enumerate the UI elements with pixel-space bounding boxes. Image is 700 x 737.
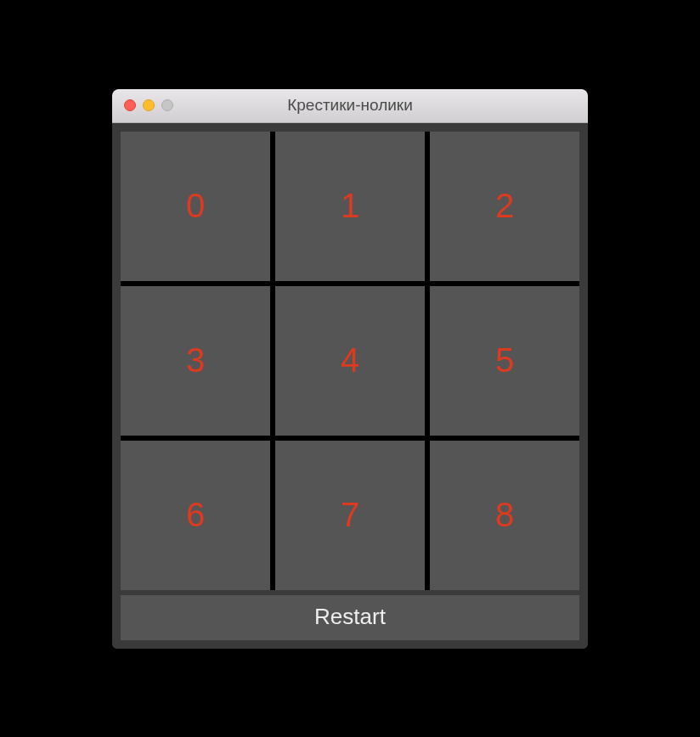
minimize-icon[interactable]: [143, 99, 155, 111]
restart-button[interactable]: Restart: [121, 595, 579, 640]
cell-0[interactable]: 0: [121, 132, 270, 281]
cell-4[interactable]: 4: [275, 286, 425, 436]
game-grid: 0 1 2 3 4 5 6 7 8: [121, 132, 579, 590]
window-title: Крестики-нолики: [112, 96, 588, 115]
cell-6[interactable]: 6: [121, 441, 270, 590]
application-window: Крестики-нолики 0 1 2 3 4 5 6 7 8 Restar…: [112, 89, 588, 649]
window-titlebar: Крестики-нолики: [112, 89, 588, 123]
zoom-icon[interactable]: [161, 99, 173, 111]
cell-2[interactable]: 2: [430, 132, 579, 281]
cell-7[interactable]: 7: [275, 441, 425, 590]
cell-8[interactable]: 8: [430, 441, 579, 590]
cell-3[interactable]: 3: [121, 286, 270, 436]
traffic-lights: [112, 99, 173, 111]
cell-5[interactable]: 5: [430, 286, 579, 436]
cell-1[interactable]: 1: [275, 132, 425, 281]
window-content: 0 1 2 3 4 5 6 7 8 Restart: [112, 123, 588, 649]
close-icon[interactable]: [124, 99, 136, 111]
